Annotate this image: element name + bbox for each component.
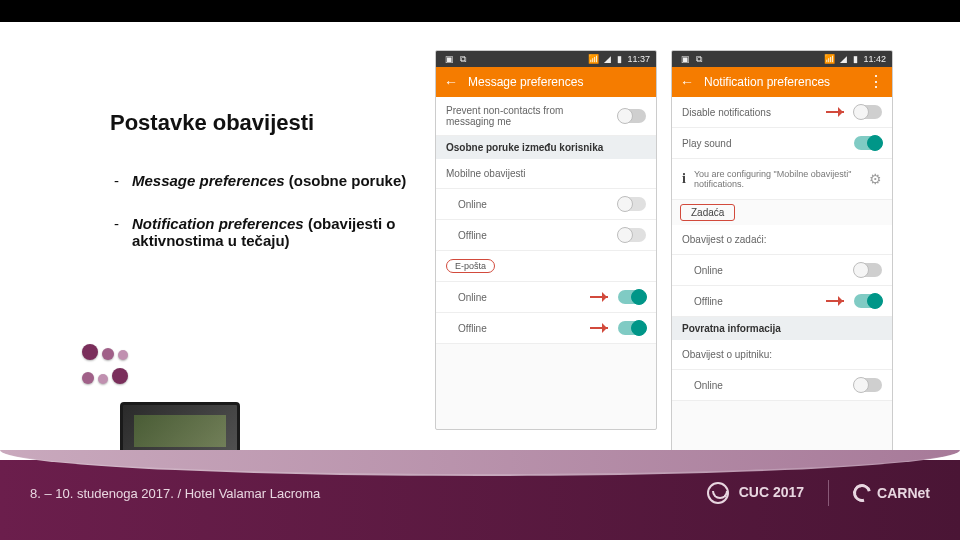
row-label: Disable notifications [682, 107, 818, 118]
carnet-logo: CARNet [853, 484, 930, 502]
row-prevent-noncontacts[interactable]: Prevent non-contacts from messaging me [436, 97, 656, 136]
row-upitnik-header: Obavijest o upitniku: [672, 340, 892, 370]
globe-icon [707, 482, 729, 504]
appbar-message-prefs: ← Message preferences [436, 67, 656, 97]
status-right-icons: 📶 ◢ ▮ 11:37 [585, 54, 650, 64]
row-info-mobile-notifications: i You are configuring "Mobilne obavijest… [672, 159, 892, 200]
row-mobile-notifications-header: Mobilne obavijesti [436, 159, 656, 189]
more-menu-icon[interactable]: ⋮ [868, 74, 884, 90]
decorative-bubbles [80, 342, 130, 390]
row-label: Online [694, 265, 848, 276]
carnet-text: CARNet [877, 485, 930, 501]
category-zadaca: Zadaća [680, 204, 735, 221]
screenshot-icon: ⧉ [460, 54, 466, 64]
status-right-icons: 📶 ◢ ▮ 11:42 [821, 54, 886, 64]
toggle-off-icon[interactable] [854, 105, 882, 119]
slide-footer: 8. – 10. studenoga 2017. / Hotel Valamar… [0, 460, 960, 540]
toggle-on-icon[interactable] [854, 136, 882, 150]
phone-notification-preferences: ▣ ⧉ 📶 ◢ ▮ 11:42 ← Notification preferenc… [671, 50, 893, 455]
left-text-column: Postavke obavijesti Message preferences … [110, 110, 410, 275]
bullet-notification-prefs: Notification preferences (obavijesti o a… [110, 215, 410, 249]
bullet-sub: (osobne poruke) [289, 172, 407, 189]
info-icon: i [682, 171, 686, 187]
signal-icon: ◢ [840, 54, 847, 64]
back-icon[interactable]: ← [444, 74, 458, 90]
bullet-em: Message preferences [132, 172, 285, 189]
toggle-off-icon[interactable] [854, 378, 882, 392]
conference-logo: CUC 2017 [707, 482, 804, 504]
toggle-off-icon[interactable] [854, 263, 882, 277]
section-personal-messages: Osobne poruke između korisnika [436, 136, 656, 159]
battery-icon: ▮ [617, 54, 622, 64]
row-label: Online [694, 380, 848, 391]
row-email-online[interactable]: Online [436, 282, 656, 313]
status-left-icons: ▣ ⧉ [678, 54, 702, 65]
row-zadaca-offline[interactable]: Offline [672, 286, 892, 317]
conference-name: CUC 2017 [739, 484, 804, 500]
row-play-sound[interactable]: Play sound [672, 128, 892, 159]
row-zadaca-header: Obavijest o zadaći: [672, 225, 892, 255]
status-left-icons: ▣ ⧉ [442, 54, 466, 65]
clock-text: 11:37 [627, 54, 650, 64]
bullet-em: Notification preferences [132, 215, 304, 232]
battery-icon: ▮ [853, 54, 858, 64]
row-email-offline[interactable]: Offline [436, 313, 656, 344]
toggle-off-icon[interactable] [618, 109, 646, 123]
row-label: Online [458, 292, 582, 303]
toggle-on-icon[interactable] [618, 321, 646, 335]
back-icon[interactable]: ← [680, 74, 694, 90]
wifi-icon: 📶 [588, 54, 599, 64]
carnet-ring-icon [850, 481, 875, 506]
footer-date-venue: 8. – 10. studenoga 2017. / Hotel Valamar… [30, 486, 320, 501]
row-label: Offline [458, 230, 612, 241]
appbar-title: Notification preferences [704, 75, 858, 89]
row-label: Play sound [682, 138, 848, 149]
row-label: Offline [458, 323, 582, 334]
wifi-icon: 📶 [824, 54, 835, 64]
footer-divider [828, 480, 829, 506]
red-arrow-icon [588, 323, 612, 333]
bullet-message-prefs: Message preferences (osobne poruke) [110, 172, 410, 189]
android-statusbar: ▣ ⧉ 📶 ◢ ▮ 11:42 [672, 51, 892, 67]
screenshot-icon: ⧉ [696, 54, 702, 64]
clock-text: 11:42 [863, 54, 886, 64]
row-label: Offline [694, 296, 818, 307]
row-disable-notifications[interactable]: Disable notifications [672, 97, 892, 128]
row-upitnik-online[interactable]: Online [672, 370, 892, 401]
signal-icon: ◢ [604, 54, 611, 64]
footer-wave-decoration [0, 450, 960, 476]
row-mobile-offline[interactable]: Offline [436, 220, 656, 251]
toggle-on-icon[interactable] [618, 290, 646, 304]
row-label: Mobilne obavijesti [446, 168, 646, 179]
top-black-bar [0, 0, 960, 22]
row-label: Online [458, 199, 612, 210]
red-arrow-icon [824, 296, 848, 306]
email-chip: E-pošta [446, 259, 495, 273]
toggle-locked-icon[interactable] [618, 228, 646, 242]
appbar-title: Message preferences [468, 75, 648, 89]
info-text: You are configuring "Mobilne obavijesti"… [694, 169, 861, 189]
slide-title: Postavke obavijesti [110, 110, 410, 136]
slide-body: Postavke obavijesti Message preferences … [0, 22, 960, 460]
section-povratna-informacija: Povratna informacija [672, 317, 892, 340]
row-mobile-online[interactable]: Online [436, 189, 656, 220]
row-label: Prevent non-contacts from messaging me [446, 105, 612, 127]
phone-message-preferences: ▣ ⧉ 📶 ◢ ▮ 11:37 ← Message preferences Pr… [435, 50, 657, 430]
camera-icon: ▣ [681, 54, 690, 64]
row-zadaca-online[interactable]: Online [672, 255, 892, 286]
red-arrow-icon [824, 107, 848, 117]
camera-icon: ▣ [445, 54, 454, 64]
red-arrow-icon [588, 292, 612, 302]
row-label: Obavijest o zadaći: [682, 234, 882, 245]
row-email-channel[interactable]: E-pošta [436, 251, 656, 282]
appbar-notification-prefs: ← Notification preferences ⋮ [672, 67, 892, 97]
android-statusbar: ▣ ⧉ 📶 ◢ ▮ 11:37 [436, 51, 656, 67]
row-label: Obavijest o upitniku: [682, 349, 882, 360]
toggle-locked-icon[interactable] [618, 197, 646, 211]
gear-icon[interactable]: ⚙ [869, 171, 882, 187]
toggle-on-icon[interactable] [854, 294, 882, 308]
